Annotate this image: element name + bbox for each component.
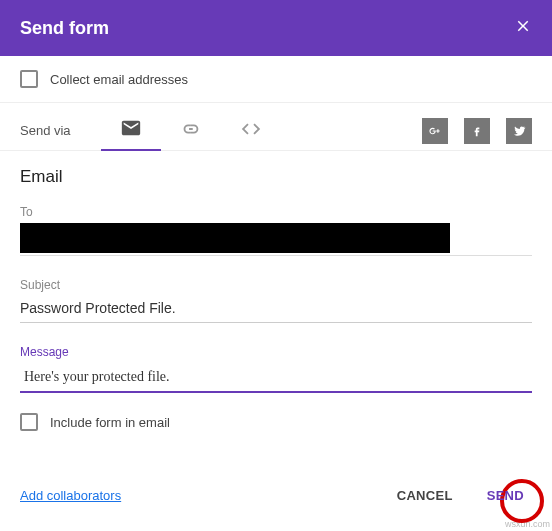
message-input[interactable] [20,363,532,393]
to-label: To [20,205,532,219]
send-button[interactable]: SEND [479,482,532,509]
google-plus-icon[interactable] [422,118,448,144]
tab-link[interactable] [161,111,221,151]
email-panel: Email To Subject Message Include form in… [0,151,552,431]
collect-emails-row[interactable]: Collect email addresses [0,56,552,103]
dialog-header: Send form [0,0,552,56]
watermark: wsxdn.com [505,519,550,529]
add-collaborators-link[interactable]: Add collaborators [20,488,121,503]
send-via-label: Send via [20,123,71,138]
include-form-checkbox[interactable] [20,413,38,431]
twitter-icon[interactable] [506,118,532,144]
facebook-icon[interactable] [464,118,490,144]
tab-email[interactable] [101,111,161,151]
send-via-row: Send via [0,103,552,151]
email-icon [120,117,142,142]
to-underline [20,255,532,256]
embed-icon [240,118,262,143]
footer-actions: CANCEL SEND [389,482,532,509]
close-icon[interactable] [514,17,532,39]
to-field[interactable] [20,223,450,253]
cancel-button[interactable]: CANCEL [389,482,461,509]
collect-emails-label: Collect email addresses [50,72,188,87]
email-heading: Email [20,167,532,187]
link-icon [180,118,202,143]
include-form-row[interactable]: Include form in email [20,413,532,431]
include-form-label: Include form in email [50,415,170,430]
subject-label: Subject [20,278,532,292]
subject-input[interactable] [20,296,532,323]
dialog-footer: Add collaborators CANCEL SEND [0,482,552,521]
message-label: Message [20,345,532,359]
social-share [422,118,532,144]
collect-emails-checkbox[interactable] [20,70,38,88]
tab-embed[interactable] [221,111,281,151]
dialog-title: Send form [20,18,109,39]
